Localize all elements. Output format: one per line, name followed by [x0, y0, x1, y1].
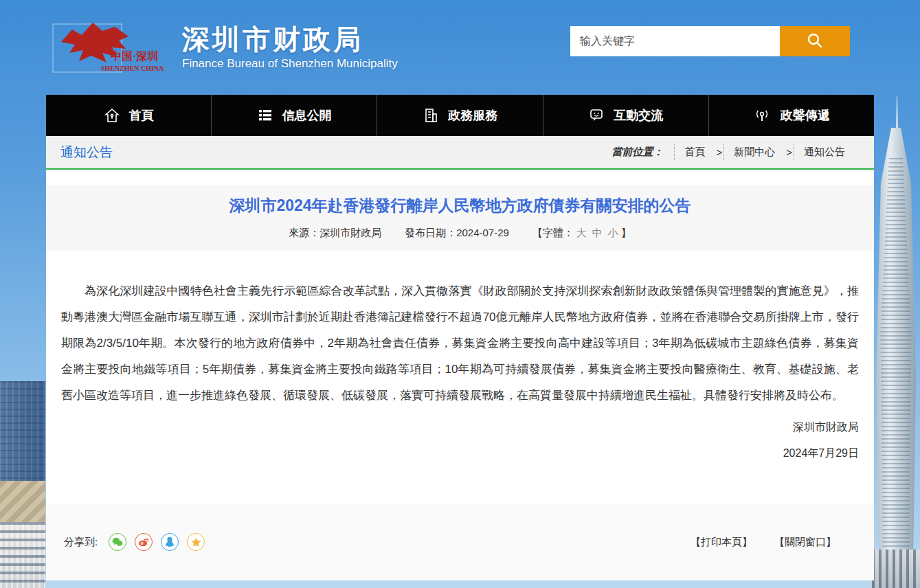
print-page-button[interactable]: 【打印本頁】: [691, 536, 752, 549]
qq-share-icon[interactable]: [161, 533, 179, 551]
font-size-label: 【字體：: [532, 227, 574, 238]
shenzhen-logo-icon[interactable]: 中国·深圳 SHENZHEN CHINA: [52, 17, 170, 78]
breadcrumb-item-notices[interactable]: 通知公告: [794, 144, 855, 160]
chat-icon: [588, 107, 605, 124]
skyline-bottom-right-building: [872, 550, 920, 588]
qzone-share-icon[interactable]: [187, 533, 205, 551]
publish-date-label: 發布日期：: [405, 227, 456, 238]
nav-label: 首頁: [129, 107, 154, 124]
nav-item-info-disclosure[interactable]: 信息公開: [212, 95, 377, 136]
article-meta: 來源：深圳市財政局發布日期：2024-07-29【字體：大中小】: [67, 227, 853, 240]
share-label: 分享到:: [64, 536, 98, 549]
font-size-large-button[interactable]: 大: [576, 227, 587, 238]
site-title: 深圳市财政局: [182, 24, 398, 54]
site-subtitle: Finance Bureau of Shenzhen Municipality: [182, 57, 398, 71]
breadcrumb-item-home[interactable]: 首頁: [674, 144, 715, 160]
home-icon: [104, 107, 120, 124]
nav-label: 互動交流: [614, 107, 663, 124]
nav-item-gov-services[interactable]: 政務服務: [377, 95, 543, 136]
site-identity: 深圳市财政局 Finance Bureau of Shenzhen Munici…: [182, 24, 398, 71]
search-icon: [806, 32, 824, 52]
page-actions: 【打印本頁】 【關閉窗口】: [691, 536, 836, 549]
breadcrumb-item-news-center[interactable]: 新聞中心: [723, 144, 785, 160]
article-title-section: 深圳市2024年赴香港發行離岸人民幣地方政府債券有關安排的公告 來源：深圳市財政…: [46, 185, 874, 251]
breadcrumb: 當前位置： 首頁 > 新聞中心 > 通知公告: [612, 144, 855, 160]
breadcrumb-separator: >: [786, 146, 792, 158]
search-bar: [570, 26, 850, 56]
close-window-button[interactable]: 【關閉窗口】: [774, 536, 836, 549]
search-input[interactable]: [570, 26, 780, 56]
article-body: 為深化深圳建設中國特色社會主義先行示範區綜合改革試點，深入貫徹落實《財政部關於支…: [46, 278, 874, 409]
article-paragraph: 為深化深圳建設中國特色社會主義先行示範區綜合改革試點，深入貫徹落實《財政部關於支…: [61, 278, 859, 409]
nav-item-home[interactable]: 首頁: [46, 95, 212, 136]
font-size-medium-button[interactable]: 中: [592, 227, 603, 238]
main-nav: 首頁 信息公開 政務服務: [46, 95, 874, 136]
logo-text-cn: 中国·深圳: [111, 50, 158, 62]
signature-date: 2024年7月29日: [46, 440, 859, 466]
logo-text-en: SHENZHEN CHINA: [101, 65, 164, 72]
article-panel: 深圳市2024年赴香港發行離岸人民幣地方政府債券有關安排的公告 來源：深圳市財政…: [46, 170, 874, 580]
wechat-share-icon[interactable]: [109, 533, 126, 551]
breadcrumb-location-label: 當前位置：: [612, 146, 663, 159]
nav-item-interaction[interactable]: 互動交流: [543, 95, 709, 136]
publish-date-value: 2024-07-29: [456, 227, 509, 238]
article-signature-block: 深圳市財政局 2024年7月29日: [46, 414, 874, 466]
nav-label: 政聲傳遞: [780, 107, 829, 124]
article-title: 深圳市2024年赴香港發行離岸人民幣地方政府債券有關安排的公告: [67, 195, 853, 216]
page-column: 中国·深圳 SHENZHEN CHINA 深圳市财政局 Finance Bure…: [46, 0, 874, 580]
share-section: 分享到:: [46, 504, 874, 580]
weibo-share-icon[interactable]: [135, 533, 153, 551]
source-value: 深圳市財政局: [319, 227, 381, 238]
skyline-bottom-building: [0, 522, 45, 588]
breadcrumb-bar: 通知公告 當前位置： 首頁 > 新聞中心 > 通知公告: [46, 136, 874, 170]
signature-org: 深圳市財政局: [46, 414, 859, 440]
broadcast-icon: [753, 107, 771, 124]
list-icon: [257, 107, 273, 124]
breadcrumb-separator: >: [716, 146, 722, 158]
building-icon: [423, 107, 439, 124]
nav-label: 信息公開: [282, 107, 332, 124]
font-size-label-close: 】: [621, 227, 631, 238]
section-title-link[interactable]: 通知公告: [60, 144, 113, 161]
nav-item-gov-voice[interactable]: 政聲傳遞: [709, 95, 874, 136]
share-group: 分享到:: [64, 533, 205, 551]
site-header: 中国·深圳 SHENZHEN CHINA 深圳市财政局 Finance Bure…: [46, 0, 874, 95]
source-label: 來源：: [289, 227, 319, 238]
skyline-tower-spire: [896, 96, 898, 132]
nav-label: 政務服務: [448, 107, 497, 124]
skyline-roof: [0, 481, 45, 522]
search-button[interactable]: [780, 26, 850, 56]
font-size-small-button[interactable]: 小: [608, 227, 618, 238]
